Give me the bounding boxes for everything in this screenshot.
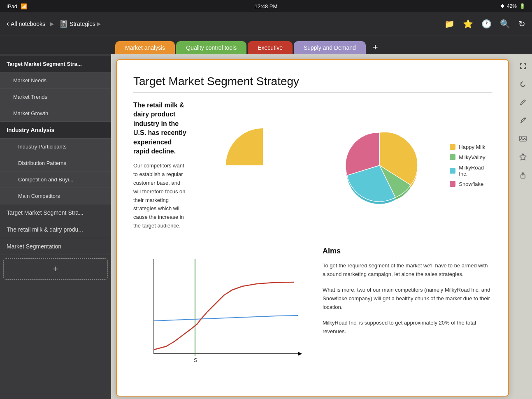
legend-color-milkyroad [450,168,455,174]
sidebar-item-market-trends[interactable]: Market Trends [0,89,111,105]
battery-label: 42% [507,3,517,9]
notebook-icon: 📓 [59,19,68,28]
doc-body-text: Our competitors want to establish a regu… [133,162,189,230]
sidebar-item-target-market-2[interactable]: Target Market Segment Stra... [0,204,111,221]
search-icon[interactable]: 🔍 [500,19,510,29]
sidebar-item-target-market[interactable]: Target Market Segment Stra... [0,56,111,72]
line-chart-area: S [133,247,310,380]
nav-icons: 📁 ⭐ 🕐 🔍 ↻ [444,19,525,29]
sidebar-item-competition[interactable]: Competition and Buyi... [0,172,111,188]
add-tab-button[interactable]: + [369,40,382,54]
sidebar-item-market-growth[interactable]: Market Growth [0,105,111,122]
history-icon[interactable]: 🕐 [481,19,492,29]
nav-bar: ‹ All notebooks ▶ 📓 Strategies ▶ 📁 ⭐ 🕐 🔍… [0,12,532,35]
sidebar-item-industry-participants[interactable]: Industry Participants [0,139,111,155]
nav-separator: ▶ [50,21,54,27]
doc-text-block: The retail milk & dairy product industry… [133,101,189,230]
svg-marker-10 [520,153,526,160]
doc-headline: The retail milk & dairy product industry… [133,101,189,156]
document-title: Target Market Segment Strategy [133,75,492,93]
svg-text:S: S [194,357,197,363]
legend-item-milkyvalley: MilkyValley [450,154,492,160]
pen-tool[interactable] [516,95,530,109]
tab-market-analysis[interactable]: Market analysis [115,41,175,54]
time-display: 12:48 PM [255,3,278,9]
tabs-bar: Market analysis Quality control tools Ex… [0,35,532,54]
expand-tool[interactable] [516,59,530,73]
aims-paragraph-3: MilkyRoad Inc. is supposed to get approx… [323,318,492,336]
battery-icon: 🔋 [519,3,525,9]
notebook-label: Strategies [70,21,95,27]
status-bar: iPad 📶 12:48 PM ✱ 42% 🔋 [0,0,532,12]
legend-color-milkyvalley [450,154,455,160]
aims-title: Aims [323,247,492,255]
right-toolbar [514,54,532,399]
document-card: Target Market Segment Strategy The retai… [116,59,509,397]
refresh-icon[interactable]: ↻ [518,19,525,29]
legend-color-snowflake [450,181,455,187]
legend-item-happy-milk: Happy Milk [450,144,492,150]
aims-area: Aims To get the required segment of the … [323,247,492,380]
document-area: Target Market Segment Strategy The retai… [111,54,514,399]
legend-item-snowflake: Snowflake [450,181,492,187]
pie-chart-svg [325,124,441,206]
pie-chart-area: Happy Milk MilkyValley MilkyRoad Inc. [201,101,492,230]
tab-supply-demand[interactable]: Supply and Demand [294,41,366,54]
tab-quality-control[interactable]: Quality control tools [176,41,246,54]
line-chart-svg: S [133,247,310,378]
pencil-tool[interactable] [516,114,530,128]
sidebar: Target Market Segment Stra... Market Nee… [0,54,111,399]
aims-paragraph-1: To get the required segment of the marke… [323,261,492,279]
back-arrow-icon: ‹ [7,19,9,28]
folder-icon[interactable]: 📁 [444,19,455,29]
wifi-icon: 📶 [21,3,27,9]
aims-paragraph-2: What is more, two of our main competitor… [323,285,492,312]
legend-item-milkyroad: MilkyRoad Inc. [450,165,492,177]
main-area: Target Market Segment Stra... Market Nee… [0,54,532,399]
svg-line-7 [524,118,525,119]
sidebar-item-market-needs[interactable]: Market Needs [0,72,111,89]
star-icon[interactable]: ⭐ [463,19,473,29]
doc-top-section: The retail milk & dairy product industry… [133,101,492,230]
image-tool[interactable] [516,132,530,146]
sidebar-item-market-segmentation[interactable]: Market Segmentation [0,238,111,255]
svg-marker-2 [298,352,302,356]
legend-color-happy-milk [450,144,455,150]
notebook-button[interactable]: 📓 Strategies ▶ [59,19,101,28]
undo-tool[interactable] [516,77,530,91]
tab-executive[interactable]: Executive [248,41,293,54]
all-notebooks-label: All notebooks [11,21,45,27]
back-button[interactable]: ‹ All notebooks [7,19,45,28]
sidebar-item-retail-milk[interactable]: The retail milk & dairy produ... [0,221,111,238]
sidebar-item-industry-analysis[interactable]: Industry Analysis [0,122,111,139]
doc-bottom-section: S Aims To get the required segment of th… [133,247,492,380]
pie-chart [201,120,325,211]
sidebar-item-main-competitors[interactable]: Main Competitors [0,188,111,204]
device-label: iPad [7,3,17,9]
sidebar-item-distribution-patterns[interactable]: Distribution Patterns [0,155,111,172]
notebook-arrow: ▶ [97,21,101,27]
svg-point-9 [521,137,523,139]
share-tool[interactable] [516,168,530,182]
star-tool[interactable] [516,150,530,164]
bluetooth-icon: ✱ [500,3,504,9]
pie-legend: Happy Milk MilkyValley MilkyRoad Inc. [450,144,492,187]
add-item-button[interactable]: + [3,258,108,280]
